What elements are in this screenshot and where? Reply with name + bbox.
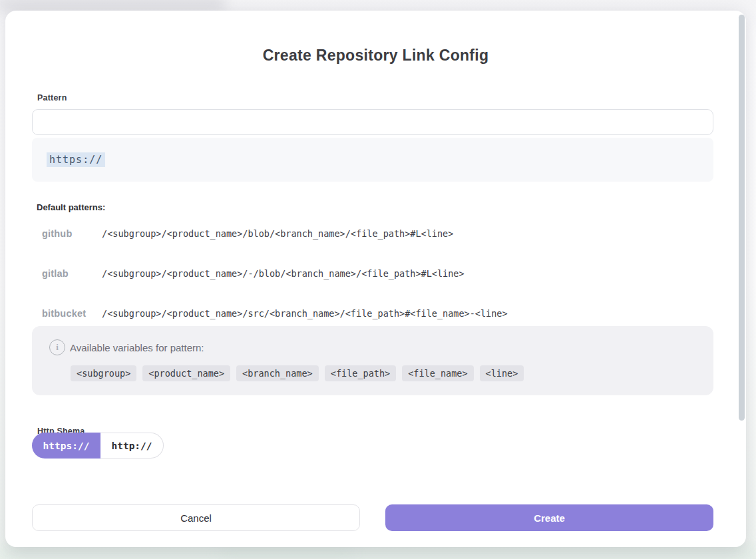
provider-pattern-github: /<subgroup>/<product_name>/blob/<branch_… [102,228,453,239]
default-pattern-row-github: github /<subgroup>/<product_name>/blob/<… [42,228,453,239]
default-pattern-row-bitbucket: bitbucket /<subgroup>/<product_name>/src… [42,308,508,319]
provider-pattern-gitlab: /<subgroup>/<product_name>/-/blob/<branc… [102,268,465,279]
http-schema-toggle: https:// http:// [32,433,164,459]
variable-chip-file-name: <file_name> [402,365,473,381]
info-icon: i [49,339,65,355]
schema-option-https[interactable]: https:// [32,433,100,459]
variable-chip-product-name: <product_name> [142,365,230,381]
provider-name-gitlab: gitlab [42,268,102,279]
default-patterns-label: Default patterns: [37,202,105,212]
variable-chip-file-path: <file_path> [325,365,396,381]
default-pattern-row-gitlab: gitlab /<subgroup>/<product_name>/-/blob… [42,268,465,279]
url-preview-text: https:// [47,152,105,167]
create-repository-link-config-modal: Create Repository Link Config Pattern ht… [5,11,746,547]
create-button[interactable]: Create [385,504,713,531]
available-variables-label: Available variables for pattern: [70,342,204,353]
modal-scrollbar-thumb[interactable] [739,15,745,421]
page-title: Create Repository Link Config [5,47,746,65]
variable-chips-row: <subgroup> <product_name> <branch_name> … [71,365,524,381]
provider-name-bitbucket: bitbucket [42,308,102,319]
available-variables-info-box: i Available variables for pattern: <subg… [32,326,713,395]
modal-scrollbar-track[interactable] [738,12,746,546]
provider-pattern-bitbucket: /<subgroup>/<product_name>/src/<branch_n… [102,308,508,319]
variable-chip-branch-name: <branch_name> [236,365,319,381]
url-preview-block: https:// [32,138,713,182]
background-blur-bottom [0,547,756,559]
variable-chip-subgroup: <subgroup> [71,365,136,381]
pattern-input[interactable] [32,109,713,135]
schema-option-http[interactable]: http:// [100,433,164,459]
cancel-button[interactable]: Cancel [32,504,360,531]
pattern-label: Pattern [37,93,67,102]
variable-chip-line: <line> [480,365,524,381]
provider-name-github: github [42,228,102,239]
background-blur-bottom-accent [220,548,353,559]
